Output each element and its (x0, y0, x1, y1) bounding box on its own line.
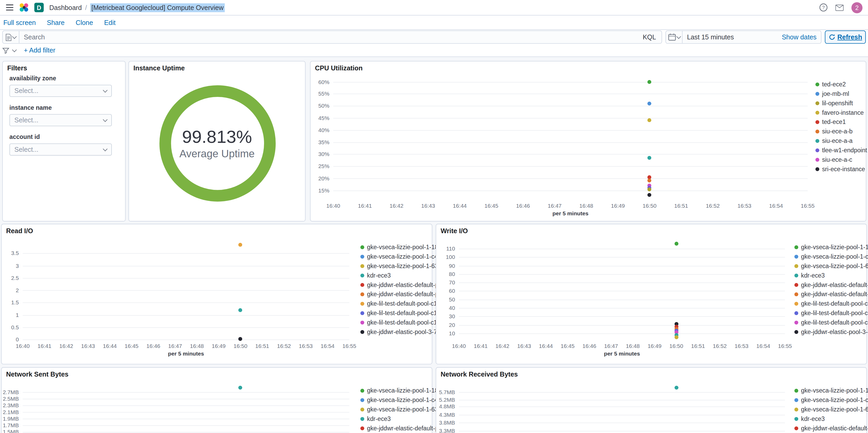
legend-item[interactable]: ted-ece1 (815, 118, 867, 125)
data-point[interactable] (674, 336, 678, 340)
y-tick-label: 30% (318, 151, 330, 157)
legend-item[interactable]: gke-jddwr-elastic-default-po... (795, 291, 868, 297)
data-point[interactable] (648, 179, 651, 183)
legend-item[interactable]: gke-vseca-lizzie-pool-1-630... (795, 263, 868, 269)
refresh-icon (829, 34, 835, 40)
clone-link[interactable]: Clone (75, 19, 93, 27)
y-tick-label: 4.3MB (439, 412, 455, 418)
x-tick-label: 16:54 (769, 203, 783, 209)
gridline (459, 283, 785, 283)
query-language-toggle[interactable]: KQL (643, 33, 662, 41)
legend-item[interactable]: siu-ece-a-a (815, 137, 867, 144)
edit-link[interactable]: Edit (104, 19, 116, 27)
help-icon[interactable]: ? (819, 3, 828, 12)
x-tick-label: 16:43 (421, 203, 435, 209)
legend-item[interactable]: joe-mb-ml (815, 90, 867, 97)
field-label-instance-name: instance name (9, 104, 52, 111)
data-point[interactable] (648, 156, 651, 160)
y-tick-label: 5.2MB (439, 397, 455, 403)
legend-label: gke-lil-test-default-pool-c1e... (801, 310, 868, 316)
search-input[interactable] (20, 33, 643, 41)
legend-item[interactable]: gke-jddwr-elastic-default-po... (795, 281, 868, 288)
space-avatar[interactable]: D (34, 3, 44, 12)
data-point[interactable] (674, 241, 678, 246)
gridline (459, 249, 785, 249)
legend-item[interactable]: sri-ece-instance (815, 166, 867, 172)
instance-name-select[interactable]: Select... (9, 114, 112, 126)
saved-query-menu-button[interactable] (3, 31, 20, 43)
gridline (23, 418, 349, 419)
gridline (23, 412, 349, 412)
x-tick-label: 16:40 (16, 343, 30, 349)
elastic-logo-icon[interactable] (20, 3, 29, 12)
legend-item[interactable]: kdr-ece3 (795, 415, 868, 422)
chevron-down-icon (103, 117, 107, 122)
legend-item[interactable]: siu-ece-a-c (815, 156, 867, 163)
gridline (459, 392, 785, 393)
legend-label: gke-jddwr-elastic-default-po... (367, 425, 447, 431)
legend-item[interactable]: kdr-ece3 (795, 272, 868, 279)
x-tick-label: 16:47 (604, 343, 618, 349)
y-axis: 5.7MB5.2MB4.8MB4.3MB3.8MB3.3MB (436, 384, 455, 433)
add-filter-link[interactable]: + Add filter (24, 47, 55, 54)
legend-label: kdr-ece3 (801, 272, 825, 279)
filter-funnel-icon[interactable] (2, 47, 9, 54)
data-point[interactable] (674, 386, 678, 390)
breadcrumb: Dashboard / [Metricbeat Googlecloud] Com… (49, 3, 225, 12)
full-screen-link[interactable]: Full screen (3, 19, 36, 27)
legend-item[interactable]: gke-vseca-lizzie-pool-1-1877... (795, 387, 868, 394)
data-point[interactable] (239, 337, 243, 341)
data-point[interactable] (648, 80, 651, 84)
legend-item[interactable]: gke-jddwr-elastic-default-po... (795, 425, 868, 431)
legend: ted-ece2joe-mb-mllil-openshiftfavero-ins… (815, 81, 867, 172)
availability-zone-select[interactable]: Select... (9, 85, 112, 97)
legend-item[interactable]: favero-instance (815, 109, 867, 116)
date-quick-menu-button[interactable] (666, 31, 682, 43)
data-point[interactable] (648, 188, 651, 192)
refresh-button[interactable]: Refresh (825, 30, 866, 44)
legend-dot (815, 111, 819, 114)
chevron-down-icon[interactable] (12, 47, 17, 52)
data-point[interactable] (239, 308, 243, 312)
data-point[interactable] (648, 118, 651, 122)
data-point[interactable] (239, 243, 243, 247)
x-tick-label: 16:42 (59, 343, 73, 349)
share-link[interactable]: Share (47, 19, 65, 27)
legend-label: gke-lil-test-default-pool-c1e... (801, 300, 868, 307)
legend-item[interactable]: gke-vseca-lizzie-pool-1-630... (795, 406, 868, 412)
y-tick-label: 25% (318, 163, 330, 169)
legend-label: kdr-ece3 (367, 415, 391, 422)
legend-item[interactable]: gke-jddwr-elastic-pool-3-74... (795, 328, 868, 335)
y-axis: 60%55%50%45%40%35%30%25%20%15% (311, 77, 330, 200)
data-point[interactable] (239, 386, 243, 390)
time-range-value[interactable]: Last 15 minutes (683, 33, 734, 41)
breadcrumb-dashboard[interactable]: Dashboard (49, 4, 82, 11)
legend-item[interactable]: tlee-w1-endpoint (815, 147, 867, 153)
legend-item[interactable]: siu-ece-a-b (815, 128, 867, 135)
legend-dot (361, 320, 364, 324)
legend-item[interactable]: gke-lil-test-default-pool-c1e... (795, 319, 868, 326)
legend-label: gke-jddwr-elastic-default-po... (801, 425, 868, 431)
legend-label: gke-vseca-lizzie-pool-1-630... (801, 263, 868, 269)
x-tick-label: 16:40 (452, 343, 466, 349)
legend-item[interactable]: ted-ece2 (815, 81, 867, 87)
page-title[interactable]: [Metricbeat Googlecloud] Compute Overvie… (90, 3, 225, 12)
user-avatar[interactable]: 2 (851, 2, 863, 13)
show-dates-link[interactable]: Show dates (782, 33, 821, 41)
y-tick-label: 20 (449, 322, 455, 328)
newsfeed-mail-icon[interactable] (835, 4, 844, 11)
data-point[interactable] (648, 175, 651, 179)
data-point[interactable] (648, 102, 651, 106)
legend-item[interactable]: gke-lil-test-default-pool-c1e... (795, 300, 868, 307)
legend-item[interactable]: gke-lil-test-default-pool-c1e... (795, 310, 868, 316)
legend-label: gke-vseca-lizzie-pool-1-c417... (801, 253, 868, 260)
gridline (459, 333, 785, 334)
menu-button[interactable] (5, 4, 14, 11)
legend-item[interactable]: gke-vseca-lizzie-pool-1-1877... (795, 244, 868, 250)
legend-item[interactable]: gke-vseca-lizzie-pool-1-c417... (795, 253, 868, 260)
legend-item[interactable]: lil-openshift (815, 100, 867, 106)
legend-item[interactable]: gke-vseca-lizzie-pool-1-c417... (795, 397, 868, 403)
account-id-select[interactable]: Select... (9, 143, 112, 155)
data-point[interactable] (648, 193, 651, 197)
select-placeholder: Select... (14, 116, 38, 124)
